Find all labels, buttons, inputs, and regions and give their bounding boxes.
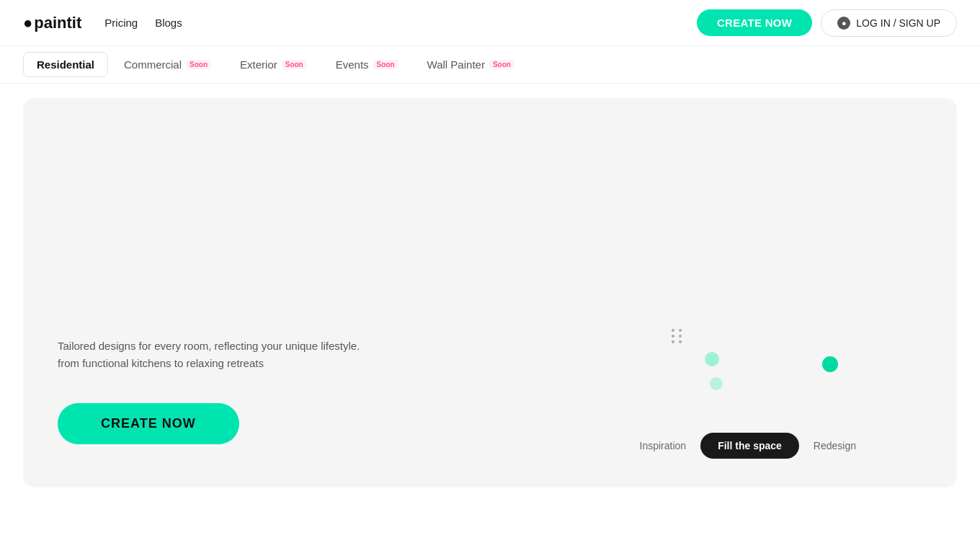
tab-wall-painter-label: Wall Painter: [427, 58, 485, 71]
exterior-soon-badge: Soon: [282, 60, 307, 69]
tab-events[interactable]: Events Soon: [323, 53, 411, 76]
tab-events-label: Events: [336, 58, 369, 71]
events-soon-badge: Soon: [373, 60, 398, 69]
description-line1: Tailored designs for every room, reflect…: [58, 338, 360, 355]
login-signup-button[interactable]: ● LOG IN / SIGN UP: [821, 9, 957, 37]
decorative-circle-2: [710, 377, 723, 390]
create-now-main-button[interactable]: CREATE NOW: [58, 403, 239, 444]
tabs-bar: Residential Commercial Soon Exterior Soo…: [0, 46, 980, 84]
nav-links: Pricing Blogs: [104, 17, 182, 29]
user-icon: ●: [837, 17, 850, 30]
bottom-toggle-bar: Inspiration Fill the space Redesign: [625, 433, 870, 459]
create-now-header-button[interactable]: CREATE NOW: [697, 9, 812, 36]
header-left: ●paintit Pricing Blogs: [23, 14, 182, 32]
dot: [679, 340, 682, 343]
toggle-fill-the-space[interactable]: Fill the space: [700, 433, 799, 459]
decorative-circle-1: [705, 352, 719, 366]
tab-wall-painter[interactable]: Wall Painter Soon: [414, 53, 527, 76]
logo-text: ●paintit: [23, 14, 81, 32]
nav-blogs[interactable]: Blogs: [155, 17, 182, 29]
tab-commercial-label: Commercial: [124, 58, 182, 71]
header: ●paintit Pricing Blogs CREATE NOW ● LOG …: [0, 0, 980, 46]
dot: [672, 335, 674, 338]
tab-commercial[interactable]: Commercial Soon: [111, 53, 224, 76]
description-text: Tailored designs for every room, reflect…: [58, 338, 360, 372]
dot: [672, 340, 674, 343]
wall-painter-soon-badge: Soon: [489, 60, 514, 69]
tab-residential-label: Residential: [37, 58, 94, 71]
decorative-circle-3: [822, 356, 838, 372]
nav-pricing[interactable]: Pricing: [104, 17, 138, 29]
toggle-inspiration[interactable]: Inspiration: [625, 433, 701, 459]
tab-exterior[interactable]: Exterior Soon: [227, 53, 320, 76]
dot: [679, 335, 682, 338]
logo[interactable]: ●paintit: [23, 14, 81, 32]
description-line2: from functional kitchens to relaxing ret…: [58, 355, 360, 372]
dot: [672, 329, 674, 332]
header-right: CREATE NOW ● LOG IN / SIGN UP: [697, 9, 957, 37]
dots-grid-icon: [672, 329, 683, 343]
main-content-area: Tailored designs for every room, reflect…: [23, 98, 957, 488]
tab-residential[interactable]: Residential: [23, 52, 108, 77]
tab-exterior-label: Exterior: [240, 58, 277, 71]
commercial-soon-badge: Soon: [186, 60, 211, 69]
dot: [679, 329, 682, 332]
login-label: LOG IN / SIGN UP: [856, 17, 940, 29]
toggle-redesign[interactable]: Redesign: [799, 433, 870, 459]
